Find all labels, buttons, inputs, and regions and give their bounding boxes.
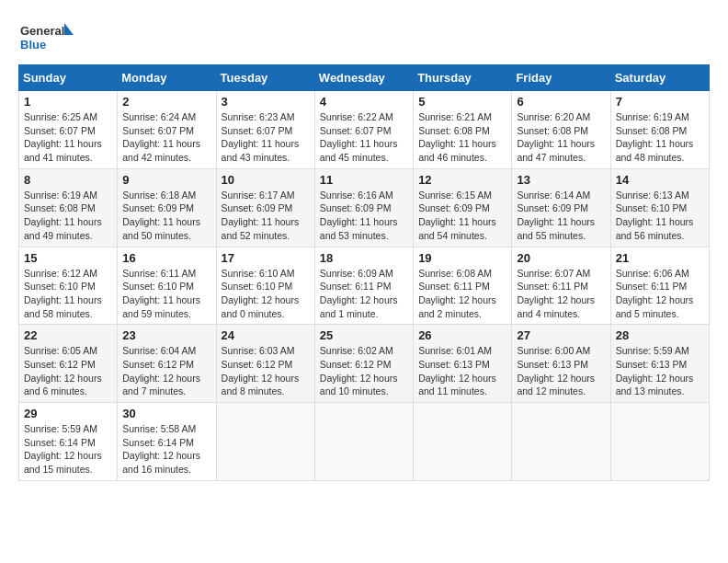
day-info: Sunrise: 6:15 AM Sunset: 6:09 PM Dayligh… xyxy=(418,189,506,243)
calendar-cell: 13 Sunrise: 6:14 AM Sunset: 6:09 PM Dayl… xyxy=(512,168,610,247)
day-info: Sunrise: 6:04 AM Sunset: 6:12 PM Dayligh… xyxy=(122,344,210,398)
day-number: 24 xyxy=(222,328,310,342)
day-info: Sunrise: 6:25 AM Sunset: 6:07 PM Dayligh… xyxy=(24,110,112,165)
svg-marker-2 xyxy=(64,23,74,35)
day-info: Sunrise: 6:11 AM Sunset: 6:10 PM Dayligh… xyxy=(122,267,210,321)
day-info: Sunrise: 5:59 AM Sunset: 6:13 PM Dayligh… xyxy=(616,344,704,398)
calendar-cell: 19 Sunrise: 6:08 AM Sunset: 6:11 PM Dayl… xyxy=(414,247,512,325)
calendar-cell: 5 Sunrise: 6:21 AM Sunset: 6:08 PM Dayli… xyxy=(414,91,512,169)
day-info: Sunrise: 6:06 AM Sunset: 6:11 PM Dayligh… xyxy=(616,267,704,321)
day-number: 1 xyxy=(24,95,112,109)
calendar-cell: 7 Sunrise: 6:19 AM Sunset: 6:08 PM Dayli… xyxy=(610,91,709,169)
day-info: Sunrise: 5:58 AM Sunset: 6:14 PM Dayligh… xyxy=(122,422,210,477)
day-number: 21 xyxy=(616,251,704,265)
day-info: Sunrise: 6:16 AM Sunset: 6:09 PM Dayligh… xyxy=(320,189,408,243)
day-info: Sunrise: 6:07 AM Sunset: 6:11 PM Dayligh… xyxy=(517,267,605,321)
day-info: Sunrise: 6:24 AM Sunset: 6:07 PM Dayligh… xyxy=(122,110,210,165)
calendar-cell: 17 Sunrise: 6:10 AM Sunset: 6:10 PM Dayl… xyxy=(216,247,314,325)
calendar-cell: 2 Sunrise: 6:24 AM Sunset: 6:07 PM Dayli… xyxy=(118,91,216,169)
day-info: Sunrise: 6:09 AM Sunset: 6:11 PM Dayligh… xyxy=(320,267,408,321)
day-number: 7 xyxy=(616,95,704,109)
day-info: Sunrise: 6:18 AM Sunset: 6:09 PM Dayligh… xyxy=(122,189,210,243)
day-number: 15 xyxy=(24,251,112,265)
calendar-cell: 18 Sunrise: 6:09 AM Sunset: 6:11 PM Dayl… xyxy=(314,247,413,325)
day-number: 19 xyxy=(418,251,506,265)
day-number: 18 xyxy=(320,251,408,265)
calendar-cell xyxy=(414,403,512,481)
calendar-cell: 25 Sunrise: 6:02 AM Sunset: 6:12 PM Dayl… xyxy=(314,325,413,403)
day-number: 20 xyxy=(517,251,605,265)
calendar-cell xyxy=(216,403,314,481)
day-info: Sunrise: 6:20 AM Sunset: 6:08 PM Dayligh… xyxy=(517,110,605,165)
day-info: Sunrise: 6:02 AM Sunset: 6:12 PM Dayligh… xyxy=(320,344,408,398)
weekday-header-thursday: Thursday xyxy=(414,65,512,91)
header: General Blue xyxy=(18,18,710,55)
calendar-cell: 28 Sunrise: 5:59 AM Sunset: 6:13 PM Dayl… xyxy=(610,325,709,403)
day-number: 16 xyxy=(122,251,210,265)
day-number: 28 xyxy=(616,328,704,342)
calendar-cell: 8 Sunrise: 6:19 AM Sunset: 6:08 PM Dayli… xyxy=(19,168,118,247)
calendar-week-row: 22 Sunrise: 6:05 AM Sunset: 6:12 PM Dayl… xyxy=(19,325,710,403)
day-number: 12 xyxy=(418,173,506,187)
calendar-week-row: 8 Sunrise: 6:19 AM Sunset: 6:08 PM Dayli… xyxy=(19,168,710,247)
day-info: Sunrise: 6:22 AM Sunset: 6:07 PM Dayligh… xyxy=(320,110,408,165)
day-number: 27 xyxy=(517,328,605,342)
calendar-cell: 15 Sunrise: 6:12 AM Sunset: 6:10 PM Dayl… xyxy=(19,247,118,325)
weekday-header-monday: Monday xyxy=(118,65,216,91)
svg-text:General: General xyxy=(20,24,64,38)
day-info: Sunrise: 6:23 AM Sunset: 6:07 PM Dayligh… xyxy=(222,110,310,165)
day-info: Sunrise: 6:21 AM Sunset: 6:08 PM Dayligh… xyxy=(418,110,506,165)
calendar-cell: 4 Sunrise: 6:22 AM Sunset: 6:07 PM Dayli… xyxy=(314,91,413,169)
day-number: 3 xyxy=(222,95,310,109)
day-number: 29 xyxy=(24,407,112,420)
weekday-header-tuesday: Tuesday xyxy=(216,65,314,91)
weekday-header-saturday: Saturday xyxy=(610,65,709,91)
calendar-cell: 24 Sunrise: 6:03 AM Sunset: 6:12 PM Dayl… xyxy=(216,325,314,403)
day-info: Sunrise: 6:12 AM Sunset: 6:10 PM Dayligh… xyxy=(24,267,112,321)
day-number: 4 xyxy=(320,95,408,109)
day-info: Sunrise: 6:19 AM Sunset: 6:08 PM Dayligh… xyxy=(616,110,704,165)
calendar-cell: 11 Sunrise: 6:16 AM Sunset: 6:09 PM Dayl… xyxy=(314,168,413,247)
calendar-cell: 27 Sunrise: 6:00 AM Sunset: 6:13 PM Dayl… xyxy=(512,325,610,403)
calendar-cell: 1 Sunrise: 6:25 AM Sunset: 6:07 PM Dayli… xyxy=(19,91,118,169)
calendar-cell: 6 Sunrise: 6:20 AM Sunset: 6:08 PM Dayli… xyxy=(512,91,610,169)
day-number: 30 xyxy=(122,407,210,420)
day-number: 6 xyxy=(517,95,605,109)
day-info: Sunrise: 6:13 AM Sunset: 6:10 PM Dayligh… xyxy=(616,189,704,243)
calendar-cell xyxy=(610,403,709,481)
weekday-header-friday: Friday xyxy=(512,65,610,91)
day-number: 2 xyxy=(122,95,210,109)
logo: General Blue xyxy=(18,18,74,55)
day-number: 22 xyxy=(24,328,112,342)
calendar-cell: 22 Sunrise: 6:05 AM Sunset: 6:12 PM Dayl… xyxy=(19,325,118,403)
day-info: Sunrise: 6:10 AM Sunset: 6:10 PM Dayligh… xyxy=(222,267,310,321)
day-number: 5 xyxy=(418,95,506,109)
day-info: Sunrise: 6:17 AM Sunset: 6:09 PM Dayligh… xyxy=(222,189,310,243)
day-number: 17 xyxy=(222,251,310,265)
day-number: 8 xyxy=(24,173,112,187)
day-info: Sunrise: 6:14 AM Sunset: 6:09 PM Dayligh… xyxy=(517,189,605,243)
calendar-cell: 30 Sunrise: 5:58 AM Sunset: 6:14 PM Dayl… xyxy=(118,403,216,481)
day-info: Sunrise: 5:59 AM Sunset: 6:14 PM Dayligh… xyxy=(24,422,112,477)
day-number: 9 xyxy=(122,173,210,187)
calendar-cell xyxy=(314,403,413,481)
calendar-cell: 3 Sunrise: 6:23 AM Sunset: 6:07 PM Dayli… xyxy=(216,91,314,169)
calendar-cell: 10 Sunrise: 6:17 AM Sunset: 6:09 PM Dayl… xyxy=(216,168,314,247)
calendar-cell: 26 Sunrise: 6:01 AM Sunset: 6:13 PM Dayl… xyxy=(414,325,512,403)
calendar-cell: 9 Sunrise: 6:18 AM Sunset: 6:09 PM Dayli… xyxy=(118,168,216,247)
day-number: 14 xyxy=(616,173,704,187)
day-info: Sunrise: 6:19 AM Sunset: 6:08 PM Dayligh… xyxy=(24,189,112,243)
weekday-header-row: SundayMondayTuesdayWednesdayThursdayFrid… xyxy=(19,65,710,91)
day-number: 10 xyxy=(222,173,310,187)
calendar-table: SundayMondayTuesdayWednesdayThursdayFrid… xyxy=(18,64,710,481)
calendar-cell: 21 Sunrise: 6:06 AM Sunset: 6:11 PM Dayl… xyxy=(610,247,709,325)
day-number: 13 xyxy=(517,173,605,187)
calendar-cell xyxy=(512,403,610,481)
calendar-cell: 20 Sunrise: 6:07 AM Sunset: 6:11 PM Dayl… xyxy=(512,247,610,325)
calendar-week-row: 15 Sunrise: 6:12 AM Sunset: 6:10 PM Dayl… xyxy=(19,247,710,325)
calendar-week-row: 1 Sunrise: 6:25 AM Sunset: 6:07 PM Dayli… xyxy=(19,91,710,169)
day-number: 23 xyxy=(122,328,210,342)
day-number: 11 xyxy=(320,173,408,187)
logo-svg: General Blue xyxy=(18,18,74,55)
day-info: Sunrise: 6:05 AM Sunset: 6:12 PM Dayligh… xyxy=(24,344,112,398)
